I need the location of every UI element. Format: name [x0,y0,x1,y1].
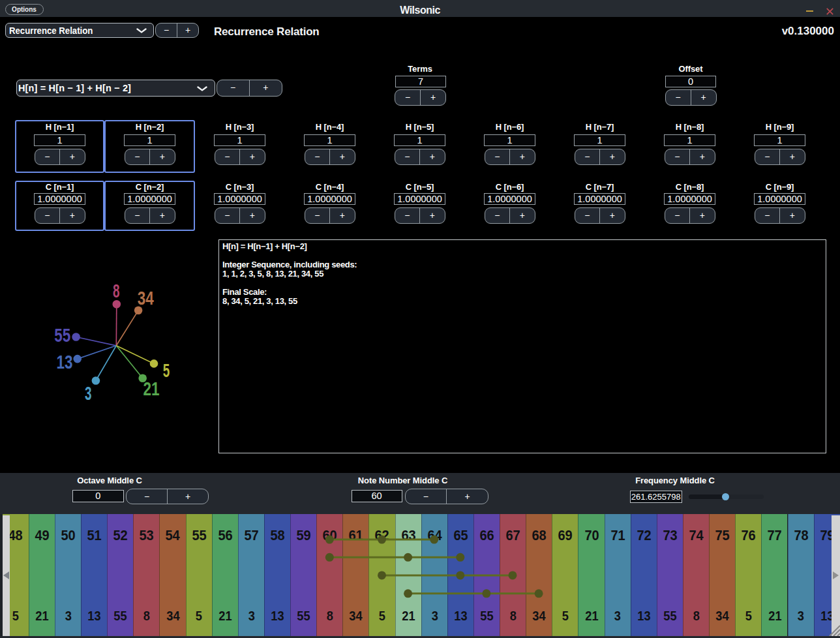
svg-text:13: 13 [57,352,73,372]
svg-text:55: 55 [54,325,70,346]
svg-text:3: 3 [85,383,92,404]
svg-text:34: 34 [138,288,154,309]
svg-text:21: 21 [143,378,160,399]
svg-text:8: 8 [113,281,120,301]
svg-text:5: 5 [163,360,170,381]
